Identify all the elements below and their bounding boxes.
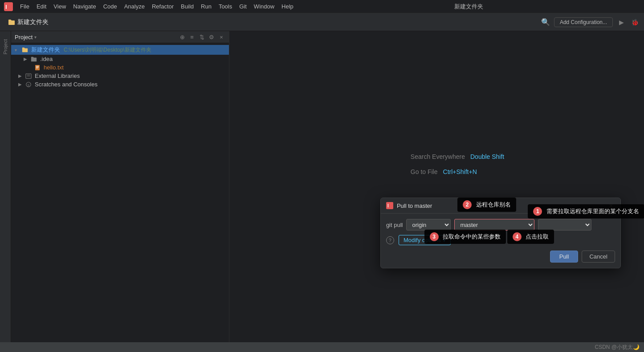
pull-command-row: git pull origin master xyxy=(386,219,615,231)
menu-refactor[interactable]: Refactor xyxy=(149,2,177,11)
tree-scratches[interactable]: ▶ S Scratches and Consoles xyxy=(11,80,229,89)
menu-analyze[interactable]: Analyze xyxy=(121,2,148,11)
search-everywhere-label: Search Everywhere xyxy=(411,153,465,160)
status-bar: CSDN @小犹太🌙 xyxy=(0,342,644,352)
project-panel-header: Project ▾ ⊕ ≡ ⇅ ⚙ × xyxy=(11,31,229,43)
debug-button[interactable]: 🐞 xyxy=(630,17,640,27)
hello-txt-name: hello.txt xyxy=(44,64,64,71)
tree-hello-file[interactable]: ▶ hello.txt xyxy=(11,63,229,72)
menu-code[interactable]: Code xyxy=(100,2,120,11)
idea-folder-icon xyxy=(31,56,37,62)
pull-options-row: ? Modify options ▾ xyxy=(386,235,615,245)
pull-dialog: I Pull to master × git pull origin maste… xyxy=(380,198,621,268)
project-side-tab[interactable]: Project xyxy=(1,36,10,58)
status-right-text: CSDN @小犹太🌙 xyxy=(595,344,640,351)
close-dialog-button[interactable]: × xyxy=(607,202,615,210)
pull-dialog-title: Pull to master xyxy=(397,202,603,209)
main-content: Search Everywhere Double Shift Go to Fil… xyxy=(229,31,644,352)
tree-external-libraries[interactable]: ▶ External Libraries xyxy=(11,72,229,80)
scratches-name: Scratches and Consoles xyxy=(35,81,98,88)
folder-icon xyxy=(8,19,15,26)
pull-dialog-header: I Pull to master × xyxy=(381,198,620,214)
menu-build[interactable]: Build xyxy=(178,2,197,11)
modify-options-button[interactable]: Modify options ▾ xyxy=(399,235,451,245)
modify-options-label: Modify options xyxy=(404,237,441,243)
root-folder-name: 新建文件夹 xyxy=(31,46,60,54)
expand-icon[interactable]: ⇅ xyxy=(198,33,206,41)
chevron-down-icon[interactable]: ▾ xyxy=(34,35,37,40)
panel-title: Project ▾ xyxy=(15,34,37,40)
run-button[interactable]: ▶ xyxy=(616,17,626,27)
file-tree: ▾ 新建文件夹 C:\Users\刘明福\Desktop\新建文件夹 ▶ .id… xyxy=(11,43,229,352)
main-toolbar: 新建文件夹 🔍 Add Configuration... ▶ 🐞 xyxy=(0,13,644,31)
tree-root-folder[interactable]: ▾ 新建文件夹 C:\Users\刘明福\Desktop\新建文件夹 xyxy=(11,45,229,55)
pull-action-row: Pull Cancel xyxy=(386,249,615,263)
search-hints-panel: Search Everywhere Double Shift Go to Fil… xyxy=(411,153,504,183)
project-name: 新建文件夹 xyxy=(17,18,49,26)
cancel-button[interactable]: Cancel xyxy=(582,251,615,263)
goto-file-hint: Go to File Ctrl+Shift+N xyxy=(411,168,504,175)
goto-file-label: Go to File xyxy=(411,168,438,175)
app-logo: I xyxy=(4,2,13,12)
scratches-icon: S xyxy=(25,81,32,88)
locate-icon[interactable]: ⊕ xyxy=(178,33,186,41)
pull-dialog-body: git pull origin master ? Modify options xyxy=(381,214,620,268)
menu-file[interactable]: File xyxy=(17,2,33,11)
menu-bar: I File Edit View Navigate Code Analyze R… xyxy=(0,0,644,13)
expand-arrow-root: ▾ xyxy=(15,48,20,53)
project-panel: Project ▾ ⊕ ≡ ⇅ ⚙ × ▾ 新建文件夹 C:\Users\刘明福… xyxy=(11,31,229,352)
menu-view[interactable]: View xyxy=(50,2,69,11)
pull-button[interactable]: Pull xyxy=(550,251,579,263)
help-icon[interactable]: ? xyxy=(386,236,394,244)
expand-arrow-ext: ▶ xyxy=(18,73,24,78)
libraries-icon xyxy=(25,73,32,79)
search-everywhere-hint: Search Everywhere Double Shift xyxy=(411,153,504,160)
svg-text:S: S xyxy=(27,83,29,86)
goto-file-key: Ctrl+Shift+N xyxy=(443,168,477,175)
search-everywhere-key: Double Shift xyxy=(470,153,504,160)
side-panel-tab: Project xyxy=(0,31,11,352)
menu-help[interactable]: Help xyxy=(278,2,297,11)
git-pull-label: git pull xyxy=(386,222,403,228)
expand-arrow-scratches: ▶ xyxy=(18,82,24,87)
idea-folder-name: .idea xyxy=(40,56,53,62)
toolbar-right: 🔍 Add Configuration... ▶ 🐞 xyxy=(541,17,640,27)
menu-git[interactable]: Git xyxy=(236,2,250,11)
project-folder-icon xyxy=(22,47,28,53)
svg-text:I: I xyxy=(5,4,7,10)
branch-select[interactable]: master xyxy=(454,219,534,231)
root-folder-path: C:\Users\刘明福\Desktop\新建文件夹 xyxy=(64,46,151,54)
branch-extra-select[interactable] xyxy=(538,219,591,231)
collapse-all-icon[interactable]: ≡ xyxy=(188,33,196,41)
txt-file-icon xyxy=(34,65,41,71)
main-layout: Project Project ▾ ⊕ ≡ ⇅ ⚙ × ▾ 新 xyxy=(0,31,644,352)
add-configuration-button[interactable]: Add Configuration... xyxy=(554,17,613,27)
menu-run[interactable]: Run xyxy=(198,2,215,11)
remote-select[interactable]: origin xyxy=(406,219,451,231)
panel-title-label: Project xyxy=(15,34,33,40)
project-title-bar: 新建文件夹 xyxy=(4,16,52,28)
window-title: 新建文件夹 xyxy=(298,3,640,11)
menu-window[interactable]: Window xyxy=(251,2,277,11)
settings-icon[interactable]: ⚙ xyxy=(208,33,216,41)
expand-arrow-idea: ▶ xyxy=(24,57,29,61)
menu-tools[interactable]: Tools xyxy=(216,2,235,11)
tree-idea-folder[interactable]: ▶ .idea xyxy=(11,55,229,63)
search-everywhere-icon[interactable]: 🔍 xyxy=(541,17,550,27)
external-libraries-name: External Libraries xyxy=(35,73,80,79)
svg-rect-2 xyxy=(35,65,40,70)
panel-icons: ⊕ ≡ ⇅ ⚙ × xyxy=(178,33,225,41)
menu-navigate[interactable]: Navigate xyxy=(70,2,99,11)
menu-edit[interactable]: Edit xyxy=(33,2,49,11)
intellij-logo-small: I xyxy=(386,202,393,209)
svg-text:I: I xyxy=(387,203,389,208)
chevron-down-icon: ▾ xyxy=(443,237,446,243)
close-panel-icon[interactable]: × xyxy=(217,33,225,41)
